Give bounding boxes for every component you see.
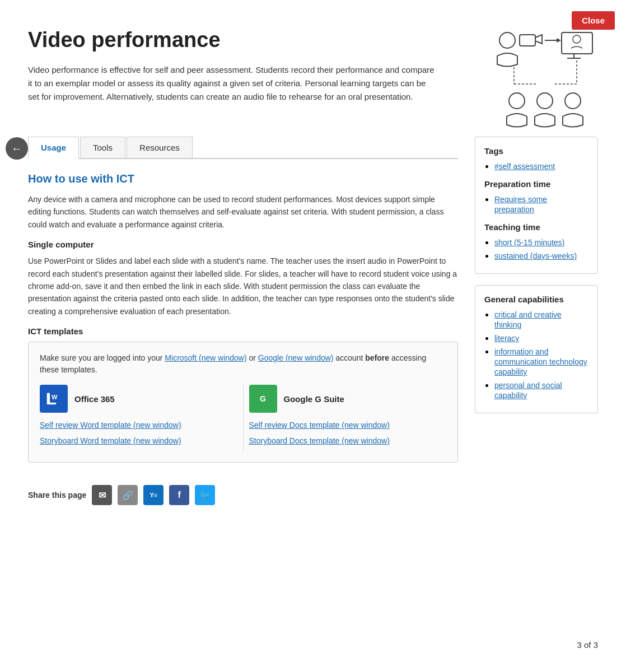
ict-templates-heading: ICT templates [28, 326, 458, 336]
office-logo-row: W Office 365 [40, 385, 226, 413]
list-item: sustained (days-weeks) [494, 251, 588, 261]
svg-rect-1 [520, 35, 535, 46]
svg-point-8 [573, 35, 581, 43]
twitter-share-button[interactable]: 🐦 [195, 485, 215, 505]
intro-text: Any device with a camera and microphone … [28, 193, 458, 231]
office-column: W Office 365 Self review Word template (… [40, 385, 237, 452]
prep-list: Requires some preparation [484, 194, 588, 214]
close-button[interactable]: Close [572, 11, 615, 30]
pagination: 3 of 3 [577, 640, 598, 650]
prep-title: Preparation time [484, 179, 588, 189]
svg-point-0 [499, 32, 515, 48]
share-label: Share this page [28, 491, 86, 500]
teaching-title: Teaching time [484, 222, 588, 232]
capability-personal-social[interactable]: personal and social capability [494, 381, 562, 400]
yammer-share-button[interactable]: Y≡ [143, 485, 163, 505]
modal-container: Close ← Video performance Video performa… [0, 0, 626, 672]
list-item: personal and social capability [494, 380, 588, 400]
capability-critical[interactable]: critical and creative thinking [494, 310, 562, 329]
capabilities-title: General capabilities [484, 295, 588, 304]
self-assessment-tag[interactable]: #self assessment [494, 162, 555, 171]
ict-templates-note: Make sure you are logged into your Micro… [40, 352, 446, 376]
list-item: information and communication technology… [494, 347, 588, 377]
tags-card: Tags #self assessment Preparation time R… [475, 137, 598, 274]
single-computer-heading: Single computer [28, 240, 458, 249]
back-button[interactable]: ← [6, 137, 28, 160]
svg-point-15 [565, 93, 581, 109]
storyboard-word-link[interactable]: Storyboard Word template (new window) [40, 436, 226, 445]
column-divider [243, 385, 244, 452]
tabs-container: Usage Tools Resources [28, 137, 458, 159]
page-description: Video performance is effective for self … [28, 63, 437, 104]
list-item: critical and creative thinking [494, 310, 588, 330]
storyboard-docs-link[interactable]: Storyboard Docs template (new window) [249, 436, 436, 445]
office-label: Office 365 [74, 394, 115, 404]
list-item: short (5-15 minutes) [494, 237, 588, 248]
page-title: Video performance [28, 28, 469, 52]
tab-tools[interactable]: Tools [80, 137, 125, 158]
svg-point-13 [509, 93, 525, 109]
google-link[interactable]: Google (new window) [258, 353, 334, 362]
teaching-list: short (5-15 minutes) sustained (days-wee… [484, 237, 588, 261]
gsuite-icon: G [249, 385, 277, 413]
hero-illustration [486, 22, 598, 131]
single-computer-text: Use PowerPoint or Slides and label each … [28, 255, 458, 318]
google-column: G Google G Suite Self review Docs templa… [249, 385, 447, 452]
list-item: literacy [494, 333, 588, 343]
prep-item[interactable]: Requires some preparation [494, 195, 547, 214]
capabilities-list: critical and creative thinking literacy … [484, 310, 588, 400]
capability-ict[interactable]: information and communication technology… [494, 347, 587, 376]
ict-templates-box: Make sure you are logged into your Micro… [28, 342, 458, 463]
self-review-word-link[interactable]: Self review Word template (new window) [40, 421, 226, 430]
self-review-docs-link[interactable]: Self review Docs template (new window) [249, 421, 436, 430]
gsuite-label: Google G Suite [284, 394, 344, 404]
facebook-share-button[interactable]: f [169, 485, 189, 505]
teaching-sustained[interactable]: sustained (days-weeks) [494, 251, 577, 260]
list-item: #self assessment [494, 161, 588, 171]
svg-text:W: W [52, 394, 58, 400]
list-item: Requires some preparation [494, 194, 588, 214]
link-share-button[interactable]: 🔗 [118, 485, 138, 505]
share-bar: Share this page ✉ 🔗 Y≡ f 🐦 [28, 479, 458, 505]
tab-resources[interactable]: Resources [127, 137, 193, 158]
tags-list: #self assessment [484, 161, 588, 171]
svg-marker-4 [557, 38, 561, 43]
svg-text:G: G [260, 394, 266, 403]
office-icon: W [40, 385, 68, 413]
sidebar: Tags #self assessment Preparation time R… [475, 137, 598, 505]
capability-literacy[interactable]: literacy [494, 334, 519, 343]
capabilities-card: General capabilities critical and creati… [475, 285, 598, 413]
svg-point-14 [537, 93, 553, 109]
gsuite-logo-row: G Google G Suite [249, 385, 436, 413]
email-share-button[interactable]: ✉ [92, 485, 112, 505]
microsoft-link[interactable]: Microsoft (new window) [165, 353, 246, 362]
tags-title: Tags [484, 146, 588, 156]
how-to-use-heading: How to use with ICT [28, 172, 458, 185]
svg-marker-2 [535, 35, 542, 44]
tab-usage[interactable]: Usage [28, 137, 79, 159]
main-content: Usage Tools Resources How to use with IC… [28, 137, 458, 505]
template-logos: W Office 365 Self review Word template (… [40, 385, 446, 452]
teaching-short[interactable]: short (5-15 minutes) [494, 238, 564, 247]
